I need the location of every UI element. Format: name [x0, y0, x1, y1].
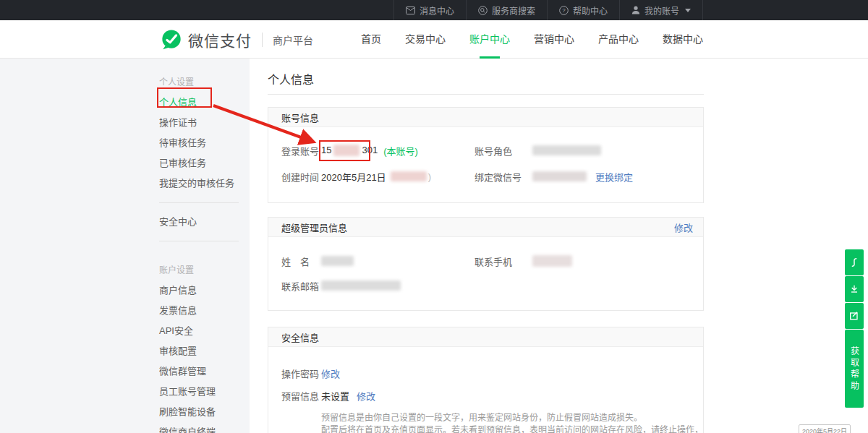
redacted-contact-email [321, 280, 401, 291]
edit-icon [848, 310, 860, 322]
contact-phone-label: 联系手机 [475, 254, 532, 268]
security-info-box: 安全信息 操作密码 修改 预留信息 未设置 修改 预留信息是由你自己设置的一段文… [268, 327, 704, 433]
account-info-box: 账号信息 登录账号 15301 (本账号) 账号角色 创建时间 [268, 107, 704, 203]
nav-account-center[interactable]: 账户中心 [469, 20, 510, 59]
sidebar-item-personal-info[interactable]: 个人信息 [159, 93, 250, 113]
sidebar-divider [159, 202, 239, 203]
nav-transaction-center[interactable]: 交易中心 [405, 20, 446, 59]
login-account-label: 登录账号 [281, 144, 321, 158]
topbar-message-center[interactable]: 消息中心 [393, 0, 466, 20]
reserved-info-description: 预留信息是由你自己设置的一段文字，用来鉴定网站身份，防止假冒网站造成损失。 配置… [321, 412, 703, 433]
topbar-help-center[interactable]: ? 帮助中心 [547, 0, 619, 20]
reserved-info-value: 未设置 [321, 389, 349, 403]
date-tooltip: 2020年5月22日 [799, 424, 851, 433]
sidebar-item-merchant-info[interactable]: 商户信息 [159, 280, 250, 301]
main-content: 个人信息 账号信息 登录账号 15301 (本账号) 账号角色 [250, 59, 868, 433]
hotline-icon [848, 257, 860, 268]
brand: 微信支付 商户平台 [161, 20, 313, 59]
topbar-item-label: 消息中心 [420, 4, 454, 17]
floating-help-bar: 获取帮助 [845, 249, 864, 408]
download-button[interactable] [845, 276, 864, 302]
brand-portal: 商户平台 [273, 33, 313, 47]
user-icon [631, 6, 640, 14]
edit-reserved-info-link[interactable]: 修改 [357, 389, 375, 403]
nav-product-center[interactable]: 产品中心 [598, 20, 639, 59]
redacted-contact-phone [532, 255, 572, 267]
reserved-info-label: 预留信息 [281, 389, 321, 403]
sidebar-item-merchant-terminal[interactable]: 微信商户终端 [159, 422, 250, 433]
feedback-button[interactable] [845, 303, 864, 329]
nav-home[interactable]: 首页 [361, 20, 381, 59]
topbar-items: 消息中心 服务商搜索 ? 帮助中心 我的账号 [393, 0, 703, 20]
brand-divider [262, 33, 263, 47]
account-role-label: 账号角色 [475, 144, 532, 158]
topbar: 消息中心 服务商搜索 ? 帮助中心 我的账号 [0, 0, 868, 20]
redacted-admin-name [321, 256, 354, 266]
chevron-down-icon [685, 9, 691, 12]
admin-name-label: 姓 名 [281, 254, 321, 268]
hotline-button[interactable] [845, 249, 864, 275]
topbar-item-label: 服务商搜索 [492, 4, 535, 17]
sidebar-item-invoice-info[interactable]: 发票信息 [159, 301, 250, 321]
download-icon [848, 283, 860, 295]
sidebar-item-my-submitted-tasks[interactable]: 我提交的审核任务 [159, 173, 250, 194]
sidebar: 个人设置 个人信息 操作证书 待审核任务 已审核任务 我提交的审核任务 安全中心… [0, 59, 250, 433]
sidebar-section-account-settings: 账户设置 [159, 260, 250, 280]
sidebar-item-security-center[interactable]: 安全中心 [159, 212, 250, 232]
sidebar-item-reviewed-tasks[interactable]: 已审核任务 [159, 153, 250, 173]
sidebar-item-face-devices[interactable]: 刷脸智能设备 [159, 402, 250, 422]
super-admin-title: 超级管理员信息 [281, 220, 347, 234]
wechat-pay-logo-icon [161, 29, 182, 51]
question-icon: ? [559, 6, 569, 15]
operation-password-label: 操作密码 [281, 366, 321, 380]
security-info-title: 安全信息 [281, 330, 319, 344]
topbar-service-search[interactable]: 服务商搜索 [466, 0, 547, 20]
topbar-item-label: 帮助中心 [573, 4, 608, 17]
created-time-tail: ) [428, 171, 431, 182]
page-title: 个人信息 [268, 59, 704, 88]
title-divider [268, 94, 704, 95]
nav-marketing-center[interactable]: 营销中心 [534, 20, 574, 59]
sidebar-divider [159, 241, 239, 241]
envelope-icon [406, 7, 415, 14]
main-nav: 首页 交易中心 账户中心 营销中心 产品中心 数据中心 [361, 20, 703, 59]
sidebar-section-personal-settings: 个人设置 [159, 72, 250, 93]
edit-admin-link[interactable]: 修改 [674, 220, 693, 234]
get-help-button[interactable]: 获取帮助 [845, 330, 864, 408]
redacted-created-time [391, 171, 427, 181]
created-time-label: 创建时间 [281, 170, 321, 184]
sidebar-item-operation-certificate[interactable]: 操作证书 [159, 113, 250, 133]
header: 微信支付 商户平台 首页 交易中心 账户中心 营销中心 产品中心 数据中心 [0, 20, 868, 59]
sidebar-item-api-security[interactable]: API安全 [159, 321, 250, 341]
sidebar-item-staff-accounts[interactable]: 员工账号管理 [159, 382, 250, 402]
sidebar-item-wechat-group[interactable]: 微信群管理 [159, 361, 250, 382]
current-account-tag: (本账号) [383, 144, 418, 158]
search-icon [478, 6, 488, 15]
topbar-item-label: 我的账号 [644, 4, 679, 17]
svg-text:?: ? [562, 7, 566, 14]
contact-email-label: 联系邮箱 [281, 279, 321, 293]
sidebar-item-review-config[interactable]: 审核配置 [159, 341, 250, 361]
topbar-my-account[interactable]: 我的账号 [619, 0, 703, 20]
created-time-value: 2020年5月21日 [321, 170, 386, 184]
login-account-value: 15301 [321, 145, 378, 157]
edit-password-link[interactable]: 修改 [321, 366, 340, 380]
nav-data-center[interactable]: 数据中心 [663, 20, 703, 59]
redacted-login-digits [333, 145, 359, 156]
redacted-wechat-id [532, 171, 587, 181]
brand-name: 微信支付 [188, 29, 252, 51]
super-admin-box: 超级管理员信息 修改 姓 名 联系手机 联系邮箱 [268, 217, 704, 311]
rebind-wechat-link[interactable]: 更换绑定 [595, 170, 633, 184]
sidebar-item-pending-review-tasks[interactable]: 待审核任务 [159, 133, 250, 153]
bound-wechat-label: 绑定微信号 [475, 170, 532, 184]
redacted-account-role [532, 145, 601, 155]
account-info-title: 账号信息 [281, 111, 319, 124]
